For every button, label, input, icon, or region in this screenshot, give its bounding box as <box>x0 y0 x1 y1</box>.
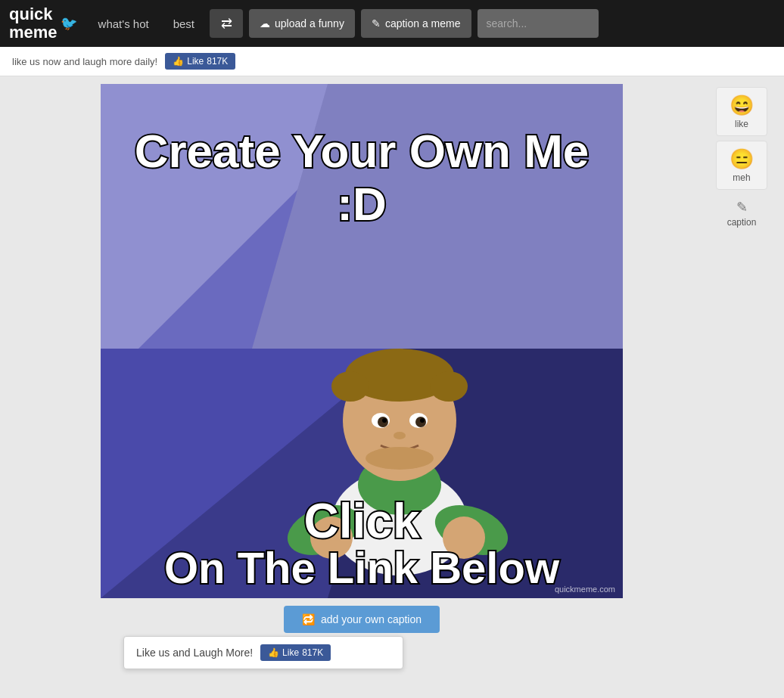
sidebar-caption[interactable]: ✎ caption <box>716 194 767 232</box>
like-popup: Like us and Laugh More! 👍 Like 817K <box>123 636 403 669</box>
popup-like-count: 817K <box>302 647 323 658</box>
popup-like-label: Like <box>282 647 299 658</box>
svg-text:quickmeme.com: quickmeme.com <box>555 585 615 594</box>
fb-like-label: Like <box>187 56 204 67</box>
logo-text: quick meme <box>9 5 58 42</box>
thumbs-up-icon: 👍 <box>173 56 184 67</box>
svg-text:Create Your Own Me: Create Your Own Me <box>135 125 590 177</box>
search-input[interactable] <box>478 9 599 38</box>
popup-like-button[interactable]: 👍 Like 817K <box>260 644 331 661</box>
svg-point-21 <box>366 447 434 470</box>
main-column: Create Your Own Me :D On The Link Below … <box>12 84 711 669</box>
meh-emoji-icon: 😑 <box>720 147 764 171</box>
svg-text::D: :D <box>337 178 386 230</box>
caption-label: caption <box>727 217 757 228</box>
upload-icon: ☁ <box>260 17 270 29</box>
svg-text:Click: Click <box>304 494 420 548</box>
svg-text:On The Link Below: On The Link Below <box>164 543 560 592</box>
sidebar-like[interactable]: 😄 like <box>716 87 767 136</box>
pencil-nav-icon: ✎ <box>372 17 381 29</box>
shuffle-button[interactable]: ⇄ <box>210 9 243 38</box>
meh-label: meh <box>733 172 750 183</box>
page-body: Create Your Own Me :D On The Link Below … <box>0 76 784 681</box>
popup-thumbs-icon: 👍 <box>268 647 279 658</box>
caption-pencil-icon: ✎ <box>736 199 748 216</box>
svg-point-12 <box>331 371 369 402</box>
fb-like-count: 817K <box>207 56 228 67</box>
sidebar-meh[interactable]: 😑 meh <box>716 141 767 190</box>
retweet-icon: 🔁 <box>302 613 315 625</box>
svg-point-13 <box>430 371 468 402</box>
add-caption-area: 🔁 add your own caption <box>101 606 623 633</box>
logo-bird-icon: 🐦 <box>61 15 77 32</box>
meme-image: Create Your Own Me :D On The Link Below … <box>101 84 623 598</box>
like-label: like <box>735 119 748 129</box>
fb-bar-text: like us now and laugh more daily! <box>12 56 157 67</box>
sidebar: 😄 like 😑 meh ✎ caption <box>711 84 772 669</box>
svg-point-18 <box>382 418 387 423</box>
svg-point-20 <box>394 432 406 439</box>
meme-container: Create Your Own Me :D On The Link Below … <box>101 84 623 669</box>
shuffle-icon: ⇄ <box>221 15 232 32</box>
fb-like-button[interactable]: 👍 Like 817K <box>165 53 235 70</box>
header: quick meme 🐦 what's hot best ⇄ ☁ upload … <box>0 0 784 47</box>
svg-point-19 <box>420 418 425 423</box>
nav-whats-hot[interactable]: what's hot <box>89 11 158 36</box>
upload-button[interactable]: ☁ upload a funny <box>249 9 355 38</box>
caption-button[interactable]: ✎ caption a meme <box>361 9 471 38</box>
fb-bar: like us now and laugh more daily! 👍 Like… <box>0 47 784 76</box>
like-emoji-icon: 😄 <box>720 94 764 117</box>
nav-best[interactable]: best <box>164 11 204 36</box>
add-caption-button[interactable]: 🔁 add your own caption <box>284 606 440 633</box>
logo[interactable]: quick meme 🐦 <box>9 5 77 42</box>
popup-text: Like us and Laugh More! <box>136 647 253 659</box>
